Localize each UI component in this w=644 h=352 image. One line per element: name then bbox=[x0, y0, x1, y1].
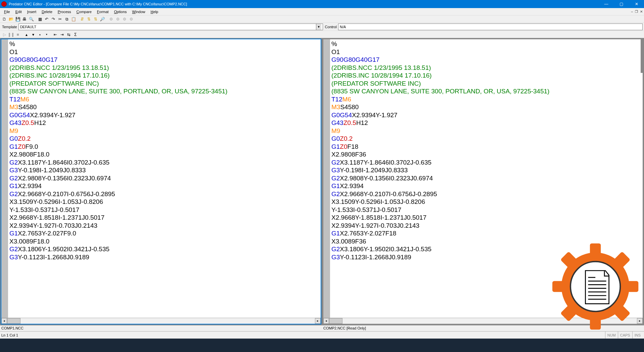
menu-file[interactable]: File bbox=[1, 9, 13, 14]
title-bar: Predator CNC Editor - [Compare File C:\M… bbox=[0, 0, 644, 8]
right-gutter bbox=[323, 39, 330, 318]
play-icon[interactable]: ▷ bbox=[1, 32, 7, 38]
left-gutter bbox=[1, 39, 8, 318]
maximize-button[interactable]: ▢ bbox=[614, 0, 629, 8]
left-hscroll[interactable]: ◂ ▸ bbox=[1, 318, 321, 324]
up-small-icon[interactable]: ▴ bbox=[37, 32, 43, 38]
main-toolbar: 🗋 📂 💾 🖶 🔍 ▦ ↶ ↷ ✂ ⧉ 📋 ⇵ ⇅ ⇅ 🔎 ⚙ ⚙ ⚙ ⚙ bbox=[0, 15, 644, 23]
template-label: Template bbox=[1, 25, 17, 29]
menu-window[interactable]: Window bbox=[129, 9, 148, 14]
merge-icon[interactable]: ⇆ bbox=[66, 32, 72, 38]
minimize-button[interactable]: — bbox=[599, 0, 614, 8]
scroll-thumb[interactable] bbox=[329, 318, 342, 324]
right-editor[interactable]: % O1 G90G80G40G17 (2DRIBS.NCC 1/23/1995 … bbox=[330, 39, 643, 318]
left-pane: % O1 G90G80G40G17 (2DRIBS.NCC 1/23/1995 … bbox=[1, 39, 321, 324]
menu-delete[interactable]: Delete bbox=[39, 9, 55, 14]
status-ins: INS bbox=[632, 332, 643, 339]
down-small-icon[interactable]: ▾ bbox=[44, 32, 50, 38]
next-diff-icon[interactable]: ▾ bbox=[30, 32, 36, 38]
template-value: DEFAULT bbox=[20, 25, 316, 29]
cursor-position: Ln 1 Col 1 bbox=[1, 333, 18, 337]
control-value: N/A bbox=[340, 25, 641, 29]
new-file-icon[interactable]: 🗋 bbox=[1, 16, 7, 22]
mdi-restore-icon[interactable]: ❐ bbox=[635, 10, 638, 13]
dropdown-icon[interactable]: ▼ bbox=[316, 24, 321, 30]
left-editor[interactable]: % O1 G90G80G40G17 (2DRIBS.NCC 1/23/1995 … bbox=[8, 39, 321, 318]
mdi-close-icon[interactable]: ✕ bbox=[640, 10, 643, 13]
save-icon[interactable]: 💾 bbox=[15, 16, 21, 22]
template-combo[interactable]: DEFAULT ▼ bbox=[18, 24, 323, 30]
control-combo[interactable]: N/A bbox=[338, 24, 643, 30]
status-bar: Ln 1 Col 1 NUM CAPS INS bbox=[0, 331, 644, 339]
copy-left-icon[interactable]: ⇤ bbox=[52, 32, 58, 38]
tool-4-icon[interactable]: ⚙ bbox=[108, 16, 114, 22]
tool-6-icon[interactable]: ⚙ bbox=[121, 16, 127, 22]
status-num: NUM bbox=[605, 332, 618, 339]
taskbar[interactable] bbox=[0, 339, 644, 352]
right-hscroll[interactable]: ◂ ▸ bbox=[323, 318, 643, 324]
stop-icon[interactable]: ■ bbox=[15, 32, 21, 38]
scroll-right-icon[interactable]: ▸ bbox=[315, 318, 321, 324]
menu-process[interactable]: Process bbox=[55, 9, 74, 14]
scroll-left-icon[interactable]: ◂ bbox=[323, 318, 329, 324]
tool-1-icon[interactable]: ⇵ bbox=[79, 16, 85, 22]
tool-2-icon[interactable]: ⇅ bbox=[86, 16, 92, 22]
menu-edit[interactable]: Edit bbox=[13, 9, 24, 14]
close-button[interactable]: ✕ bbox=[629, 0, 644, 8]
copy-icon[interactable]: ⧉ bbox=[64, 16, 70, 22]
vscroll-indicator[interactable] bbox=[641, 39, 643, 73]
tool-7-icon[interactable]: ⚙ bbox=[128, 16, 134, 22]
print-preview-icon[interactable]: 🔍 bbox=[28, 16, 34, 22]
left-file-label: COMP1.NCC bbox=[0, 325, 322, 331]
combo-bar: Template DEFAULT ▼ Control N/A bbox=[0, 23, 644, 31]
sigma-icon[interactable]: Σ bbox=[72, 32, 78, 38]
right-file-label: COMP2.NCC [Read Only] bbox=[322, 325, 644, 331]
scroll-right-icon[interactable]: ▸ bbox=[637, 318, 643, 324]
playback-toolbar: ▷ ❚❚ ■ ▴ ▾ ▴ ▾ ⇤ ⇥ ⇆ Σ bbox=[0, 31, 644, 38]
open-file-icon[interactable]: 📂 bbox=[8, 16, 14, 22]
menu-insert[interactable]: Insert bbox=[24, 9, 39, 14]
print-icon[interactable]: 🖶 bbox=[21, 16, 28, 22]
menu-help[interactable]: Help bbox=[148, 9, 161, 14]
tool-3-icon[interactable]: ⇅ bbox=[93, 16, 99, 22]
copy-right-icon[interactable]: ⇥ bbox=[59, 32, 65, 38]
find-icon[interactable]: 🔎 bbox=[99, 16, 105, 22]
right-pane: % O1 G90G80G40G17 (2DRIBS.NCC 1/23/1995 … bbox=[323, 39, 643, 324]
window-title: Predator CNC Editor - [Compare File C:\M… bbox=[9, 2, 599, 6]
compare-area: % O1 G90G80G40G17 (2DRIBS.NCC 1/23/1995 … bbox=[0, 38, 644, 325]
pause-icon[interactable]: ❚❚ bbox=[8, 32, 14, 38]
mdi-minimize-icon[interactable]: – bbox=[631, 10, 633, 13]
scroll-thumb[interactable] bbox=[7, 318, 20, 324]
control-label: Control bbox=[324, 25, 337, 29]
menu-bar: FileEditInsertDeleteProcessCompareFormat… bbox=[0, 8, 644, 15]
menu-compare[interactable]: Compare bbox=[74, 9, 94, 14]
status-caps: CAPS bbox=[618, 332, 632, 339]
menu-format[interactable]: Format bbox=[94, 9, 111, 14]
menu-options[interactable]: Options bbox=[111, 9, 129, 14]
scroll-left-icon[interactable]: ◂ bbox=[1, 318, 7, 324]
undo-icon[interactable]: ↶ bbox=[44, 16, 50, 22]
cut-icon[interactable]: ✂ bbox=[57, 16, 63, 22]
prev-diff-icon[interactable]: ▴ bbox=[23, 32, 30, 38]
select-all-icon[interactable]: ▦ bbox=[37, 16, 43, 22]
paste-icon[interactable]: 📋 bbox=[70, 16, 76, 22]
app-icon bbox=[1, 1, 7, 7]
tool-5-icon[interactable]: ⚙ bbox=[115, 16, 121, 22]
redo-icon[interactable]: ↷ bbox=[50, 16, 56, 22]
